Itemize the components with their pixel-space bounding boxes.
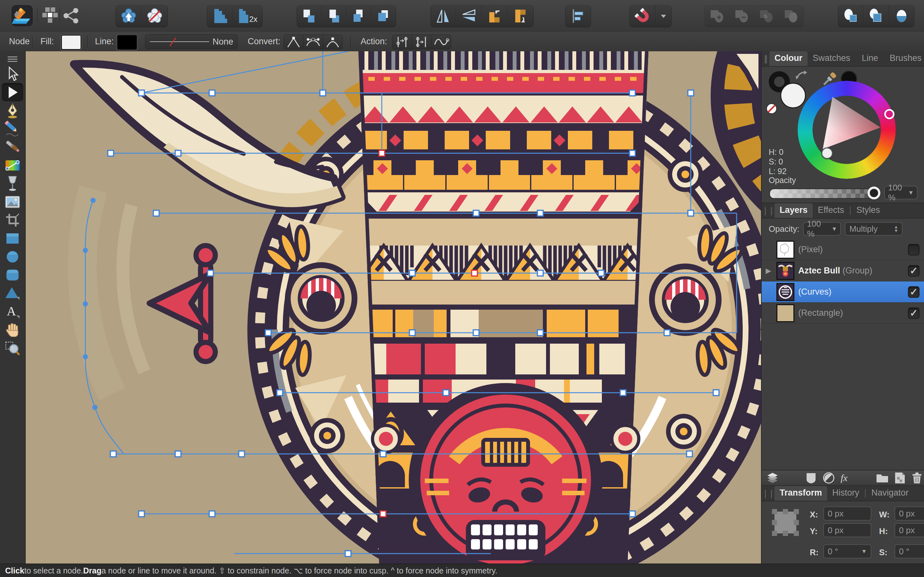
cloud-upload-button[interactable] [116, 5, 142, 27]
expand-arrow-icon[interactable]: ▶ [764, 267, 772, 275]
text-tool[interactable]: A [2, 302, 23, 321]
blend-mode-dropdown[interactable]: Multiply ▲▼ [845, 222, 903, 235]
action-close-curve-icon[interactable] [412, 35, 431, 49]
h-field[interactable]: 0 px [895, 523, 924, 537]
y-field[interactable]: 0 px [823, 523, 871, 537]
layer-visibility-checkbox[interactable]: ✓ [908, 286, 919, 298]
delete-layer-trash-icon[interactable] [911, 472, 923, 484]
insert-inside-icon[interactable] [889, 5, 914, 27]
rotate-cw-icon[interactable] [507, 5, 533, 27]
flip-horizontal-icon[interactable] [431, 5, 456, 27]
action-smooth-curve-icon[interactable] [431, 35, 451, 49]
rectangle-tool[interactable] [2, 229, 23, 247]
zoom-tool[interactable] [2, 339, 23, 357]
no-colour-icon[interactable] [766, 103, 778, 115]
layer-row-pixel[interactable]: (Pixel) [762, 239, 924, 260]
layer-row-curves-selected[interactable]: (Curves) ✓ [762, 282, 924, 303]
gradient-tool[interactable] [2, 156, 23, 174]
pencil-tool[interactable] [2, 119, 23, 138]
move-tool[interactable] [2, 65, 23, 83]
tab-line[interactable]: Line [857, 51, 883, 66]
layer-visibility-checkbox[interactable] [908, 244, 919, 255]
layer-row-aztec-bull[interactable]: ▶ Aztec Bull (Group) ✓ [762, 260, 924, 282]
layers-opacity-dropdown[interactable]: 100 %▼ [803, 222, 841, 235]
ellipse-tool[interactable] [2, 247, 23, 266]
s-field[interactable]: 0 °▼ [895, 544, 924, 558]
s-label: S: [879, 548, 887, 558]
panel-drag-handle[interactable] [765, 207, 772, 215]
boolean-subtract-icon[interactable] [729, 5, 754, 27]
fill-swatch[interactable] [61, 35, 81, 50]
personas-grid-icon[interactable] [41, 5, 59, 26]
hue-ring-marker[interactable] [884, 109, 895, 119]
tab-transform[interactable]: Transform [774, 486, 827, 501]
boolean-intersect-icon[interactable] [754, 5, 779, 27]
fx-layer-effects-icon[interactable]: fx [841, 472, 848, 484]
layer-row-rectangle[interactable]: (Rectangle) ✓ [762, 303, 924, 324]
insert-on-top-icon[interactable] [863, 5, 889, 27]
adjustment-layer-icon[interactable] [822, 472, 835, 484]
layer-options-icon[interactable] [766, 472, 779, 484]
convert-smart-icon[interactable] [323, 35, 342, 49]
snapping-dropdown-arrow[interactable] [656, 5, 671, 27]
r-field[interactable]: 0 °▼ [823, 544, 871, 558]
boolean-divide-icon[interactable] [779, 5, 803, 27]
swap-colours-icon[interactable] [795, 69, 808, 81]
crop-tool[interactable] [2, 211, 23, 229]
move-backward-icon[interactable] [346, 5, 371, 27]
place-image-tool[interactable] [2, 193, 23, 211]
colour-opacity-value[interactable]: 100 %▼ [884, 186, 918, 199]
boolean-add-icon[interactable] [705, 5, 729, 27]
snapping-magnet-icon[interactable] [630, 5, 656, 27]
tab-styles[interactable]: Styles [851, 203, 885, 218]
layer-visibility-checkbox[interactable]: ✓ [908, 308, 919, 319]
node-tool[interactable] [2, 83, 23, 101]
pixel-preview-icon[interactable] [207, 5, 233, 27]
pen-tool[interactable] [2, 101, 23, 119]
action-break-curve-icon[interactable] [393, 35, 412, 49]
convert-sharp-icon[interactable] [284, 35, 303, 49]
x-field[interactable]: 0 px [823, 506, 871, 521]
cloud-disconnect-button[interactable] [142, 5, 168, 27]
tab-layers[interactable]: Layers [774, 203, 813, 218]
w-field[interactable]: 0 px [895, 506, 924, 521]
colour-triangle-knob[interactable] [821, 147, 833, 159]
stroke-style-dropdown[interactable]: None [145, 34, 238, 49]
tab-effects[interactable]: Effects [813, 203, 849, 218]
rounded-rectangle-tool[interactable] [2, 266, 23, 284]
colour-opacity-slider[interactable] [769, 189, 879, 199]
hand-tool[interactable] [2, 321, 23, 339]
move-forward-icon[interactable] [321, 5, 346, 27]
line-swatch[interactable] [117, 35, 137, 50]
align-button[interactable] [565, 5, 591, 27]
convert-smooth-icon[interactable] [303, 35, 323, 49]
move-to-back-icon[interactable] [371, 5, 396, 27]
brush-tool[interactable] [2, 138, 23, 156]
shape-tool[interactable] [2, 284, 23, 302]
group-layers-icon[interactable] [876, 472, 889, 484]
transparency-tool[interactable] [2, 174, 23, 193]
tab-swatches[interactable]: Swatches [808, 51, 855, 66]
new-pixel-layer-icon[interactable] [895, 472, 905, 484]
boolean-ops-group [704, 5, 804, 27]
share-icon[interactable] [63, 5, 79, 26]
layer-visibility-checkbox[interactable]: ✓ [908, 265, 919, 277]
tab-navigator[interactable]: Navigator [866, 486, 914, 501]
app-logo-icon[interactable] [11, 5, 33, 26]
tools-menu-icon[interactable] [2, 54, 23, 65]
tab-brushes[interactable]: Brushes [885, 51, 924, 66]
canvas-artboard[interactable] [26, 51, 761, 564]
panel-drag-handle[interactable] [765, 490, 772, 498]
retina-preview-icon[interactable]: 2x [233, 5, 262, 27]
fill-colour-well[interactable] [780, 83, 806, 108]
move-to-front-icon[interactable] [297, 5, 321, 27]
rotate-ccw-icon[interactable] [481, 5, 507, 27]
flip-vertical-icon[interactable] [456, 5, 481, 27]
opacity-slider-knob[interactable] [867, 187, 880, 199]
anchor-point-selector[interactable] [770, 507, 801, 538]
panel-drag-handle[interactable] [765, 55, 767, 63]
insert-behind-icon[interactable] [838, 5, 863, 27]
tab-history[interactable]: History [827, 486, 864, 501]
mask-layer-icon[interactable] [805, 472, 817, 484]
tab-colour[interactable]: Colour [769, 51, 808, 66]
